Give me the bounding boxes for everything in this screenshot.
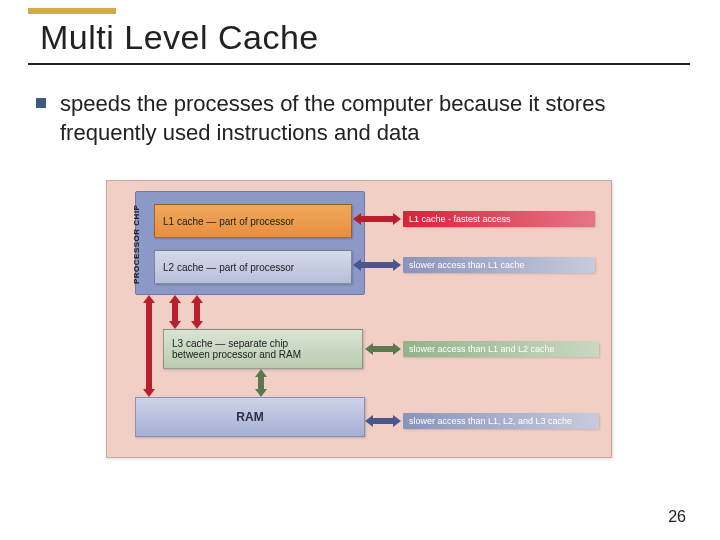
bullet-text: speeds the processes of the computer bec…	[60, 90, 680, 147]
speed-bar-l1: L1 cache - fastest access	[403, 211, 595, 227]
l3-line1: L3 cache — separate chip	[172, 338, 362, 349]
cache-diagram: PROCESSOR CHIP L1 cache — part of proces…	[106, 180, 612, 458]
l3-cache-box: L3 cache — separate chip between process…	[163, 329, 363, 369]
l1-cache-box: L1 cache — part of processor	[154, 204, 352, 238]
l3-line2: between processor and RAM	[172, 349, 362, 360]
processor-chip-label: PROCESSOR CHIP	[132, 205, 141, 284]
arrow-l3-speed	[365, 345, 401, 353]
bullet-icon	[36, 98, 46, 108]
bullet-row: speeds the processes of the computer bec…	[36, 90, 680, 147]
speed-bar-l2: slower access than L1 cache	[403, 257, 595, 273]
ram-box: RAM	[135, 397, 365, 437]
speed-bar-ram: slower access than L1, L2, and L3 cache	[403, 413, 599, 429]
l2-cache-box: L2 cache — part of processor	[154, 250, 352, 284]
title-area: Multi Level Cache	[28, 18, 690, 65]
accent-bar	[28, 8, 116, 14]
speed-bar-l3: slower access than L1 and L2 cache	[403, 341, 599, 357]
processor-chip-box: PROCESSOR CHIP L1 cache — part of proces…	[135, 191, 365, 295]
arrow-proc-l3-right	[193, 295, 201, 329]
arrow-proc-ram	[145, 295, 153, 397]
arrow-l3-ram	[257, 369, 265, 397]
arrow-proc-l3-left	[171, 295, 179, 329]
page-number: 26	[668, 508, 686, 526]
arrow-l2-speed	[353, 261, 401, 269]
arrow-l1-speed	[353, 215, 401, 223]
slide-title: Multi Level Cache	[28, 18, 690, 57]
arrow-ram-speed	[365, 417, 401, 425]
